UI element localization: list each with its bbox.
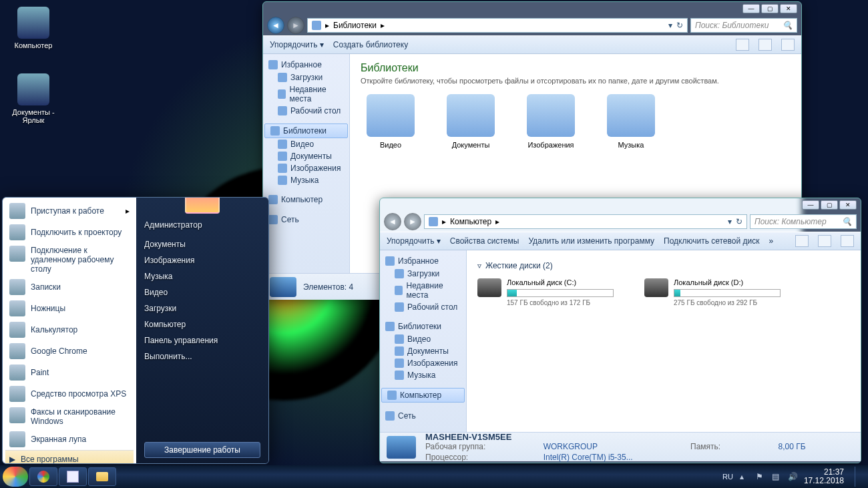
show-desktop-button[interactable] bbox=[855, 467, 861, 487]
close-button[interactable]: ✕ bbox=[839, 200, 857, 210]
sm-magnifier[interactable]: Экранная лупа bbox=[5, 429, 134, 450]
preview-pane-button[interactable] bbox=[758, 39, 772, 51]
back-button[interactable]: ◄ bbox=[267, 17, 284, 34]
minimize-button[interactable]: — bbox=[742, 4, 760, 13]
start-button[interactable] bbox=[3, 467, 28, 487]
nav-item-music[interactable]: Музыка bbox=[380, 369, 466, 381]
nav-network[interactable]: Сеть bbox=[380, 409, 466, 423]
library-item-music[interactable]: Музыка bbox=[601, 94, 661, 149]
nav-item-downloads[interactable]: Загрузки bbox=[380, 268, 466, 280]
preview-pane-button[interactable] bbox=[818, 235, 831, 247]
drive-d[interactable]: Локальный диск (D:) 275 ГБ свободно из 2… bbox=[644, 278, 785, 306]
sm-documents[interactable]: Документы bbox=[144, 236, 260, 252]
sm-remote-desktop[interactable]: Подключение к удаленному рабочему столу bbox=[5, 243, 134, 276]
help-button[interactable] bbox=[841, 235, 854, 247]
titlebar[interactable]: — ▢ ✕ bbox=[380, 198, 861, 212]
tray-chevron-up-icon[interactable]: ▴ bbox=[740, 472, 749, 481]
forward-button[interactable]: ► bbox=[287, 17, 304, 34]
nav-item-documents[interactable]: Документы bbox=[380, 345, 466, 357]
view-button[interactable] bbox=[795, 235, 809, 247]
maximize-button[interactable]: ▢ bbox=[761, 4, 779, 13]
nav-item-video[interactable]: Видео bbox=[380, 333, 466, 345]
library-item-pictures[interactable]: Изображения bbox=[521, 94, 581, 149]
sm-pictures[interactable]: Изображения bbox=[144, 252, 260, 268]
nav-network[interactable]: Сеть bbox=[263, 213, 349, 226]
taskbar-app-chrome[interactable] bbox=[29, 467, 57, 486]
action-center-icon[interactable]: ⚑ bbox=[756, 472, 765, 481]
search-input[interactable]: Поиск: Библиотеки 🔍 bbox=[690, 18, 797, 33]
maximize-button[interactable]: ▢ bbox=[821, 200, 838, 210]
sm-sticky-notes[interactable]: Записки bbox=[5, 276, 134, 298]
sm-xps[interactable]: Средство просмотра XPS bbox=[5, 383, 134, 405]
volume-icon[interactable]: 🔊 bbox=[788, 472, 797, 481]
nav-item-documents[interactable]: Документы bbox=[263, 150, 349, 162]
uninstall-button[interactable]: Удалить или изменить программу bbox=[528, 236, 654, 246]
nav-item-recent[interactable]: Недавние места bbox=[263, 83, 349, 105]
search-input[interactable]: Поиск: Компьютер 🔍 bbox=[750, 214, 857, 229]
sm-video[interactable]: Видео bbox=[144, 284, 260, 300]
map-drive-button[interactable]: Подключить сетевой диск bbox=[664, 236, 759, 246]
address-bar[interactable]: ▸ Библиотеки ▸ ▾ ↻ bbox=[307, 18, 688, 33]
nav-libraries[interactable]: Библиотеки bbox=[380, 320, 466, 333]
sm-chrome[interactable]: Google Chrome bbox=[5, 340, 134, 362]
breadcrumb[interactable]: Библиотеки bbox=[333, 21, 377, 30]
refresh-icon[interactable]: ↻ bbox=[676, 21, 683, 30]
nav-item-music[interactable]: Музыка bbox=[263, 174, 349, 186]
nav-item-video[interactable]: Видео bbox=[263, 138, 349, 150]
minimize-button[interactable]: — bbox=[802, 200, 819, 210]
library-item-documents[interactable]: Документы bbox=[441, 94, 501, 149]
toolbar-overflow[interactable]: » bbox=[769, 236, 773, 246]
nav-item-recent[interactable]: Недавние места bbox=[380, 280, 466, 301]
taskbar-app-explorer[interactable] bbox=[88, 467, 116, 486]
sm-computer[interactable]: Компьютер bbox=[144, 316, 260, 332]
dropdown-icon[interactable]: ▾ bbox=[668, 21, 672, 30]
shutdown-button[interactable]: Завершение работы bbox=[144, 442, 260, 458]
nav-computer[interactable]: Компьютер bbox=[381, 388, 465, 403]
nav-item-desktop[interactable]: Рабочий стол bbox=[263, 105, 349, 117]
clock[interactable]: 21:37 17.12.2018 bbox=[804, 468, 844, 485]
sm-paint[interactable]: Paint bbox=[5, 362, 134, 383]
sm-music[interactable]: Музыка bbox=[144, 268, 260, 284]
titlebar[interactable]: — ▢ ✕ bbox=[263, 2, 801, 15]
address-bar[interactable]: ▸ Компьютер ▸ ▾ ↻ bbox=[424, 214, 747, 229]
sm-getting-started[interactable]: Приступая к работе▸ bbox=[5, 200, 134, 222]
view-button[interactable] bbox=[736, 39, 749, 51]
organize-button[interactable]: Упорядочить ▾ bbox=[387, 236, 441, 246]
sm-run[interactable]: Выполнить... bbox=[144, 348, 260, 364]
sm-control-panel[interactable]: Панель управления bbox=[144, 332, 260, 348]
section-header-drives[interactable]: ▿Жесткие диски (2) bbox=[477, 258, 850, 273]
organize-button[interactable]: Упорядочить ▾ bbox=[270, 40, 324, 49]
sm-downloads[interactable]: Загрузки bbox=[144, 300, 260, 316]
refresh-icon[interactable]: ↻ bbox=[736, 217, 742, 226]
breadcrumb[interactable]: Компьютер bbox=[450, 217, 491, 226]
desktop-icon-computer[interactable]: Компьютер bbox=[7, 7, 60, 49]
system-properties-button[interactable]: Свойства системы bbox=[450, 236, 519, 246]
desktop-icon-documents[interactable]: Документы - Ярлык bbox=[7, 73, 60, 124]
nav-computer[interactable]: Компьютер bbox=[263, 193, 349, 206]
content-pane[interactable]: ▿Жесткие диски (2) Локальный диск (C:) 1… bbox=[467, 250, 861, 432]
help-button[interactable] bbox=[781, 39, 795, 51]
nav-item-pictures[interactable]: Изображения bbox=[263, 162, 349, 174]
drive-c[interactable]: Локальный диск (C:) 157 ГБ свободно из 1… bbox=[477, 278, 618, 306]
nav-favorites[interactable]: Избранное bbox=[263, 58, 349, 71]
nav-item-pictures[interactable]: Изображения bbox=[380, 357, 466, 369]
sm-projector[interactable]: Подключить к проектору bbox=[5, 222, 134, 243]
language-indicator[interactable]: RU bbox=[722, 473, 733, 481]
back-button[interactable]: ◄ bbox=[384, 213, 401, 230]
library-item-video[interactable]: Видео bbox=[361, 94, 421, 149]
nav-favorites[interactable]: Избранное bbox=[380, 254, 466, 268]
network-icon[interactable]: ▤ bbox=[772, 472, 781, 481]
forward-button[interactable]: ► bbox=[404, 213, 421, 230]
all-programs-button[interactable]: ▶Все программы bbox=[5, 450, 134, 464]
sm-calculator[interactable]: Калькулятор bbox=[5, 319, 134, 340]
nav-item-downloads[interactable]: Загрузки bbox=[263, 71, 349, 83]
user-avatar[interactable] bbox=[185, 197, 220, 214]
dropdown-icon[interactable]: ▾ bbox=[728, 217, 732, 226]
close-button[interactable]: ✕ bbox=[780, 4, 797, 13]
sm-fax-scan[interactable]: Факсы и сканирование Windows bbox=[5, 405, 134, 429]
new-library-button[interactable]: Создать библиотеку bbox=[333, 40, 408, 49]
sm-snipping[interactable]: Ножницы bbox=[5, 298, 134, 319]
nav-item-desktop[interactable]: Рабочий стол bbox=[380, 301, 466, 313]
nav-libraries[interactable]: Библиотеки bbox=[264, 124, 348, 138]
taskbar-app-paint[interactable] bbox=[59, 467, 87, 486]
